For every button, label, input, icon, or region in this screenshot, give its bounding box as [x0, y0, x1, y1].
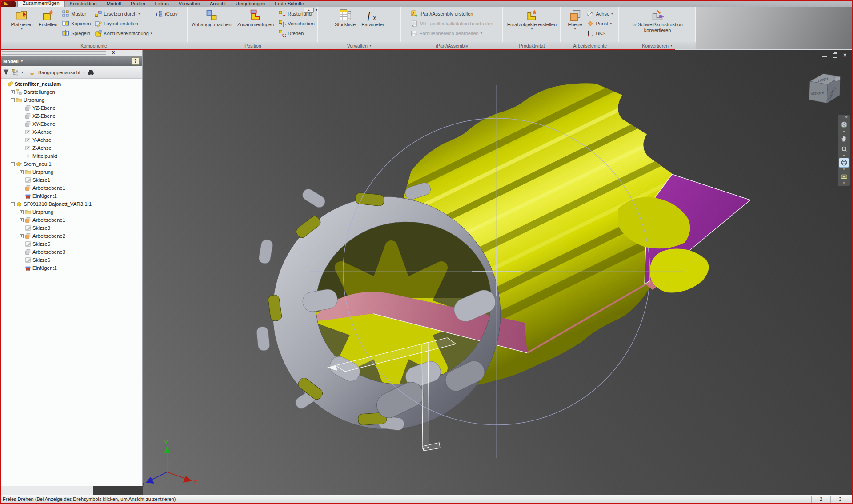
tree-item-mittelpunkt[interactable]: –Mittelpunkt [0, 152, 142, 160]
tree-view-icon[interactable] [12, 69, 19, 76]
tab-umgebungen[interactable]: Umgebungen [231, 0, 270, 7]
tree-item-arbeitsebene3[interactable]: –Arbeitsebene3 [0, 248, 142, 256]
look-at-button[interactable] [839, 172, 849, 181]
verschieben-button[interactable]: Verschieben [277, 19, 316, 28]
layout-erstellen-button[interactable]: Layout erstellen [93, 19, 153, 28]
tree-item-einfügen-1[interactable]: –Einfügen:1 [0, 264, 142, 272]
erstellen-button[interactable]: Erstellen [36, 8, 60, 42]
tree-item-einfügen-1[interactable]: –Einfügen:1 [0, 192, 142, 200]
collapse-icon[interactable]: − [11, 98, 15, 102]
bks-button[interactable]: BKS [585, 28, 614, 38]
tree-item-arbeitsebene1[interactable]: +Arbeitsebene1 [0, 216, 142, 224]
filter-icon[interactable] [3, 69, 9, 76]
dropdown-arrow-icon[interactable]: ▾ [138, 12, 140, 15]
browser-header[interactable]: Modell ▼ ? [0, 56, 142, 66]
ribbon-group-label[interactable]: Konvertieren▼ [619, 42, 696, 49]
chevron-down-icon[interactable]: ▾ [843, 168, 845, 171]
dock-close-icon[interactable]: x [112, 50, 115, 55]
ersetzen-durch-button[interactable]: Ersetzen durch▾ [93, 9, 153, 18]
tree-item-skizze1[interactable]: –Skizze1 [0, 176, 142, 184]
stückliste-button[interactable]: Stückliste [332, 8, 358, 42]
chevron-down-icon[interactable]: ▼ [670, 43, 673, 49]
tree-item-z-achse[interactable]: –Z-Achse [0, 144, 142, 152]
chevron-down-icon[interactable]: ▼ [20, 60, 24, 63]
tree-item-xz-ebene[interactable]: –XZ-Ebene [0, 112, 142, 120]
chevron-down-icon[interactable]: ▾ [83, 70, 85, 74]
punkt-button[interactable]: Punkt▾ [585, 19, 614, 28]
chevron-down-icon[interactable]: ▼ [369, 43, 372, 49]
dropdown-arrow-icon[interactable]: ▾ [531, 28, 533, 30]
tree-item-arbeitsebene1[interactable]: –Arbeitsebene1 [0, 184, 142, 192]
platzieren-button[interactable]: Platzieren▾ [9, 8, 35, 42]
chevron-down-icon[interactable]: ▾ [843, 130, 845, 133]
view-cube[interactable]: OBEN VORNE RECHTS [809, 74, 840, 103]
restore-icon[interactable] [833, 53, 837, 58]
expand-icon[interactable]: + [20, 218, 24, 222]
tree-item-yz-ebene[interactable]: –YZ-Ebene [0, 104, 142, 112]
spiegeln-button[interactable]: Spiegeln [61, 28, 92, 38]
tab-verwalten[interactable]: Verwalten [174, 0, 205, 7]
ipart-iassembly-erstellen-button[interactable]: iiPart/iAssembly erstellen [409, 9, 495, 18]
tree-item-ursprung[interactable]: +Ursprung [0, 208, 142, 216]
tree-item-arbeitsebene2[interactable]: +Arbeitsebene2 [0, 232, 142, 240]
ribbon-collapse-control[interactable]: ▴ ▾ [304, 8, 317, 13]
navbar-close-icon[interactable]: ✕ [845, 116, 848, 119]
browser-dock-strip[interactable]: x [0, 50, 142, 56]
navigation-wheel-button[interactable] [839, 120, 849, 130]
chevron-down-icon[interactable]: ▾ [843, 154, 845, 157]
help-button[interactable]: ? [132, 57, 139, 65]
collapse-icon[interactable]: − [11, 162, 15, 166]
konturvereinfachung-button[interactable]: Konturvereinfachung▾ [93, 28, 153, 38]
expand-icon[interactable]: + [20, 210, 24, 214]
model-scene[interactable]: Y X Z OBEN VORNE RECHTS [143, 50, 852, 495]
ebene-button[interactable]: Ebene▾ [566, 8, 585, 42]
parameter-button[interactable]: fxParameter [359, 8, 386, 42]
achse-button[interactable]: Achse▾ [585, 9, 614, 18]
tab-modell[interactable]: Modell [102, 0, 126, 7]
menu-more-icon[interactable]: ▾ [843, 182, 845, 185]
search-binoculars-icon[interactable] [88, 69, 94, 76]
tree-item-x-achse[interactable]: –X-Achse [0, 128, 142, 136]
tab-ansicht[interactable]: Ansicht [205, 0, 231, 7]
tree-item-ursprung[interactable]: +Ursprung [0, 168, 142, 176]
dropdown-arrow-icon[interactable]: ▾ [610, 22, 612, 25]
tab-prüfen[interactable]: Prüfen [126, 0, 150, 7]
tree-item-darstellungen[interactable]: +Darstellungen [0, 88, 142, 96]
close-icon[interactable]: × [843, 53, 847, 58]
orbit-button-active[interactable] [839, 158, 849, 168]
tree-item-ursprung[interactable]: −Ursprung [0, 96, 142, 104]
ribbon-collapse-icon[interactable]: ▴ [304, 8, 314, 13]
expand-icon[interactable]: + [20, 170, 24, 174]
assembly-view-icon[interactable] [29, 69, 36, 76]
tree-item-xy-ebene[interactable]: –XY-Ebene [0, 120, 142, 128]
dropdown-arrow-icon[interactable]: ▾ [21, 28, 23, 30]
graphics-viewport[interactable]: Y X Z OBEN VORNE RECHTS × ✕ ▾ ▾ [143, 50, 852, 495]
ersatzobjekte-erstellen-button[interactable]: Ersatzobjekte erstellen▾ [505, 8, 559, 42]
tree-item-y-achse[interactable]: –Y-Achse [0, 136, 142, 144]
expand-icon[interactable]: + [20, 234, 24, 238]
icopy-button[interactable]: iiCopy [155, 9, 179, 18]
expand-icon[interactable]: + [11, 90, 15, 94]
dropdown-arrow-icon[interactable]: ▾ [574, 28, 576, 30]
tree-item-stern-neu-1[interactable]: −Stern_neu:1 [0, 160, 142, 168]
dropdown-arrow-icon[interactable]: ▾ [151, 32, 152, 35]
chevron-down-icon[interactable]: ▾ [21, 70, 23, 74]
tree-item-skizze3[interactable]: –Skizze3 [0, 224, 142, 232]
drehen-button[interactable]: Drehen [277, 28, 316, 38]
pan-button[interactable] [839, 134, 849, 144]
application-button-icon[interactable] [1, 1, 16, 7]
collapse-icon[interactable]: − [11, 202, 15, 206]
tree-item-skizze5[interactable]: –Skizze5 [0, 240, 142, 248]
tree-item-sternfilter-neu-iam[interactable]: Sternfilter_neu.iam [0, 80, 142, 88]
abhängig-machen-button[interactable]: Abhängig machen [190, 8, 234, 42]
dropdown-arrow-icon[interactable]: ▾ [611, 12, 613, 15]
tree-item-skizze6[interactable]: –Skizze6 [0, 256, 142, 264]
minimize-icon[interactable] [822, 56, 827, 57]
zoom-button[interactable] [839, 144, 849, 154]
dropdown-arrow-icon[interactable]: ▾ [481, 32, 482, 35]
tab-konstruktion[interactable]: Konstruktion [65, 0, 102, 7]
browser-view-mode-label[interactable]: Baugruppenansicht [38, 70, 80, 75]
chevron-down-icon[interactable]: ▾ [316, 8, 317, 12]
tab-erste-schritte[interactable]: Erste Schritte [270, 0, 309, 7]
tab-zusammenfügen[interactable]: Zusammenfügen [17, 0, 65, 7]
